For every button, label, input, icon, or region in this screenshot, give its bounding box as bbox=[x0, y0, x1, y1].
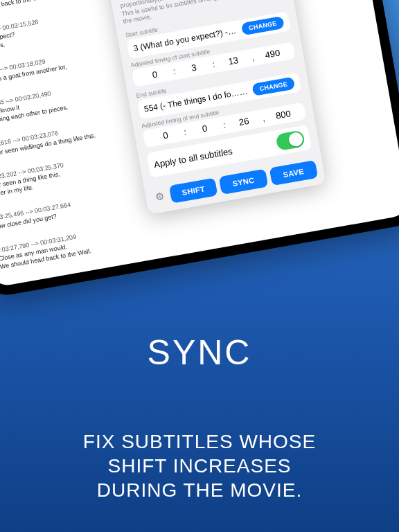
hero-subtitle-line: SHIFT INCREASES bbox=[0, 454, 399, 478]
change-start-button[interactable]: CHANGE bbox=[241, 16, 285, 35]
apply-all-toggle[interactable] bbox=[275, 130, 305, 152]
start-hours[interactable]: 0 bbox=[138, 66, 172, 82]
end-millis[interactable]: 800 bbox=[266, 107, 300, 123]
start-minutes[interactable]: 3 bbox=[177, 60, 211, 76]
end-hours[interactable]: 0 bbox=[148, 127, 182, 143]
apply-all-label: Apply to all subtitles bbox=[153, 145, 233, 170]
hero-subtitle: FIX SUBTITLES WHOSE SHIFT INCREASES DURI… bbox=[0, 429, 399, 502]
gear-icon[interactable]: ⚙ bbox=[152, 189, 168, 204]
change-end-button[interactable]: CHANGE bbox=[251, 77, 295, 96]
hero-title: SYNC bbox=[0, 332, 399, 373]
tablet-screen: + 9… How Clo…00:03:26,540 --> 00:03:29,9… bbox=[0, 0, 399, 288]
hero-subtitle-line: DURING THE MOVIE. bbox=[0, 478, 399, 502]
popover-body: Sync allows you to modify the timing of … bbox=[107, 0, 322, 189]
start-seconds[interactable]: 13 bbox=[216, 53, 250, 69]
tablet-frame: + 9… How Clo…00:03:26,540 --> 00:03:29,9… bbox=[0, 0, 399, 299]
hero-subtitle-line: FIX SUBTITLES WHOSE bbox=[0, 429, 399, 454]
start-millis[interactable]: 490 bbox=[256, 46, 290, 62]
end-seconds[interactable]: 26 bbox=[227, 114, 261, 130]
end-minutes[interactable]: 0 bbox=[188, 121, 222, 136]
